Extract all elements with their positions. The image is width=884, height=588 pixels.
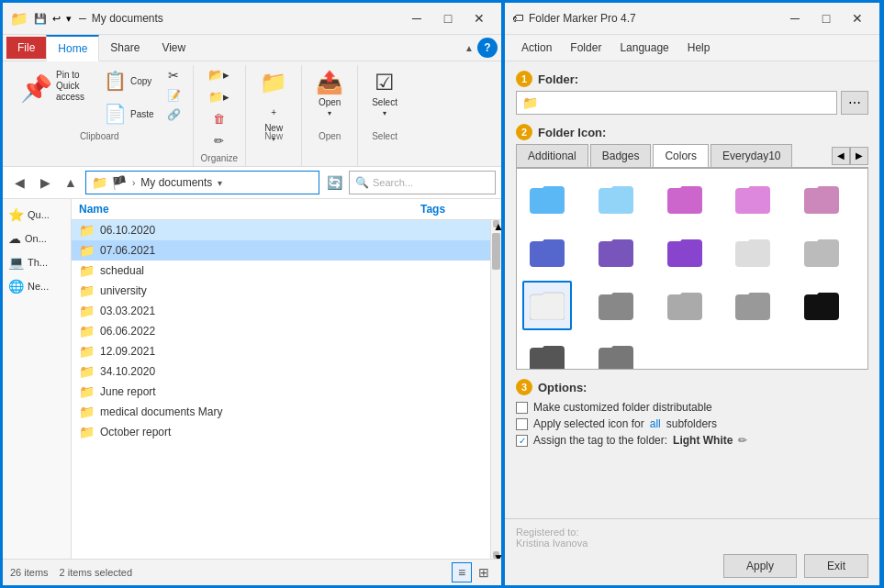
file-scrollbar[interactable]: ▲ ▼ xyxy=(490,220,501,559)
icon-cell-1[interactable] xyxy=(591,174,641,224)
tab-badges[interactable]: Badges xyxy=(590,144,652,167)
ribbon-collapse[interactable]: ▲ xyxy=(461,39,477,57)
sidebar-item-quick[interactable]: ⭐ Qu... xyxy=(3,203,71,227)
menu-language[interactable]: Language xyxy=(610,39,677,57)
cut-button[interactable]: ✂ xyxy=(162,65,185,85)
file-item[interactable]: 📁 October report xyxy=(72,422,490,442)
folder-path-input[interactable]: 📁 xyxy=(516,91,837,115)
up-button[interactable]: ▲ xyxy=(60,172,82,194)
folder-section-label: Folder: xyxy=(538,72,578,86)
paste-button[interactable]: 📄 Paste xyxy=(97,98,161,129)
menu-help[interactable]: Help xyxy=(678,39,720,57)
explorer-close-button[interactable]: ✕ xyxy=(464,8,494,28)
icon-cell-4[interactable] xyxy=(797,174,846,224)
tab-share[interactable]: Share xyxy=(99,36,151,60)
tab-everyday10[interactable]: Everyday10 xyxy=(711,144,792,167)
icon-cell-10[interactable] xyxy=(522,281,572,330)
qat-undo[interactable]: ↩ xyxy=(52,13,61,25)
menu-folder[interactable]: Folder xyxy=(561,39,610,57)
search-box[interactable]: 🔍 Search... xyxy=(349,171,496,194)
fm-maximize-button[interactable]: □ xyxy=(811,8,841,28)
pin-button[interactable]: 📌 Pin to Quick access xyxy=(14,65,95,129)
icon-cell-12[interactable] xyxy=(660,281,710,330)
ribbon: File Home Share View ▲ ? 📌 Pin to Quick … xyxy=(3,35,501,167)
icon-cell-13[interactable] xyxy=(728,281,778,330)
fm-icon-grid xyxy=(516,168,868,370)
icon-cell-11[interactable] xyxy=(591,281,641,330)
file-item[interactable]: 📁 34.10.2020 xyxy=(72,361,490,382)
sidebar-item-thispc[interactable]: 💻 Th... xyxy=(3,250,71,274)
apply-button[interactable]: Apply xyxy=(723,554,797,578)
icon-cell-9[interactable] xyxy=(797,227,846,277)
subfolders-checkbox[interactable] xyxy=(516,418,528,430)
icon-cell-14[interactable] xyxy=(797,281,846,330)
delete-button[interactable]: 🗑 xyxy=(204,109,234,129)
subfolders-option[interactable]: Apply selected icon for all subfolders xyxy=(516,416,868,432)
paste-shortcut-button[interactable]: 🔗 xyxy=(162,105,185,124)
icon-cell-5[interactable] xyxy=(522,227,572,277)
sidebar-item-network[interactable]: 🌐 Ne... xyxy=(3,274,71,298)
distributable-option[interactable]: Make customized folder distributable xyxy=(516,399,868,416)
file-item[interactable]: 📁 03.03.2021 xyxy=(72,301,490,321)
back-button[interactable]: ◀ xyxy=(8,172,30,194)
tab-next-button[interactable]: ▶ xyxy=(850,147,868,165)
explorer-maximize-button[interactable]: □ xyxy=(433,8,463,28)
tag-checkbox[interactable] xyxy=(516,435,528,447)
exit-button[interactable]: Exit xyxy=(804,554,868,578)
file-item[interactable]: 📁 06.06.2022 xyxy=(72,321,490,341)
file-item[interactable]: 📁 07.06.2021 xyxy=(72,240,490,261)
file-item[interactable]: 📁 medical documents Mary xyxy=(72,402,490,422)
tab-prev-button[interactable]: ◀ xyxy=(832,147,850,165)
scroll-thumb[interactable] xyxy=(492,233,500,270)
folder-browse-button[interactable]: ⋯ xyxy=(841,91,868,115)
icon-cell-7[interactable] xyxy=(660,227,710,277)
folder-icon: 📁 xyxy=(79,243,95,258)
rename-button[interactable]: ✏ xyxy=(204,131,234,151)
tab-file[interactable]: File xyxy=(6,37,46,59)
help-button[interactable]: ? xyxy=(477,38,498,58)
new-button[interactable]: 📁+ New ▾ xyxy=(253,65,294,129)
file-item[interactable]: 📁 12.09.2021 xyxy=(72,341,490,361)
footer-buttons: Apply Exit xyxy=(516,554,868,578)
tab-colors[interactable]: Colors xyxy=(653,144,709,167)
search-placeholder: Search... xyxy=(373,177,413,188)
details-view-button[interactable]: ≡ xyxy=(452,562,472,582)
distributable-checkbox[interactable] xyxy=(516,402,528,414)
fm-close-button[interactable]: ✕ xyxy=(843,8,872,28)
file-item[interactable]: 📁 June report xyxy=(72,382,490,402)
tab-additional[interactable]: Additional xyxy=(516,144,588,167)
tab-home[interactable]: Home xyxy=(46,35,99,61)
icon-cell-3[interactable] xyxy=(728,174,778,224)
fm-minimize-button[interactable]: ─ xyxy=(780,8,810,28)
file-item[interactable]: 📁 06.10.2020 xyxy=(72,220,490,240)
copy-button[interactable]: 📋 Copy xyxy=(97,65,161,96)
copy-path-button[interactable]: 📝 xyxy=(162,86,185,105)
file-name: 07.06.2021 xyxy=(100,244,155,257)
tab-view[interactable]: View xyxy=(151,36,196,60)
tags-column-header[interactable]: Tags xyxy=(420,203,494,216)
forward-button[interactable]: ▶ xyxy=(34,172,56,194)
select-label: Select xyxy=(372,97,397,107)
icon-cell-8[interactable] xyxy=(728,227,778,277)
icon-cell-15[interactable] xyxy=(522,334,572,370)
copy-to-button[interactable]: 📁▸ xyxy=(204,87,234,107)
explorer-minimize-button[interactable]: ─ xyxy=(402,8,431,28)
address-bar[interactable]: 📁 🏴 › My documents ▾ xyxy=(85,171,319,194)
open-button[interactable]: 📤 Open ▾ xyxy=(309,65,350,129)
icon-cell-2[interactable] xyxy=(660,174,710,224)
icon-cell-16[interactable] xyxy=(591,334,641,370)
select-button[interactable]: ☑ Select ▾ xyxy=(365,65,404,129)
sidebar-item-onedrive[interactable]: ☁ On... xyxy=(3,227,71,250)
icon-cell-0[interactable] xyxy=(522,174,572,224)
refresh-button[interactable]: 🔄 xyxy=(323,172,345,194)
tag-edit-icon[interactable]: ✏ xyxy=(738,434,747,447)
qat-dropdown[interactable]: ▾ xyxy=(66,13,72,25)
name-column-header[interactable]: Name xyxy=(79,203,420,216)
file-item[interactable]: 📁 university xyxy=(72,281,490,301)
menu-action[interactable]: Action xyxy=(512,39,561,57)
file-item[interactable]: 📁 schedual xyxy=(72,261,490,281)
tiles-view-button[interactable]: ⊞ xyxy=(474,562,494,582)
qat-save[interactable]: 💾 xyxy=(34,13,47,25)
move-to-button[interactable]: 📂▸ xyxy=(204,65,234,85)
icon-cell-6[interactable] xyxy=(591,227,641,277)
